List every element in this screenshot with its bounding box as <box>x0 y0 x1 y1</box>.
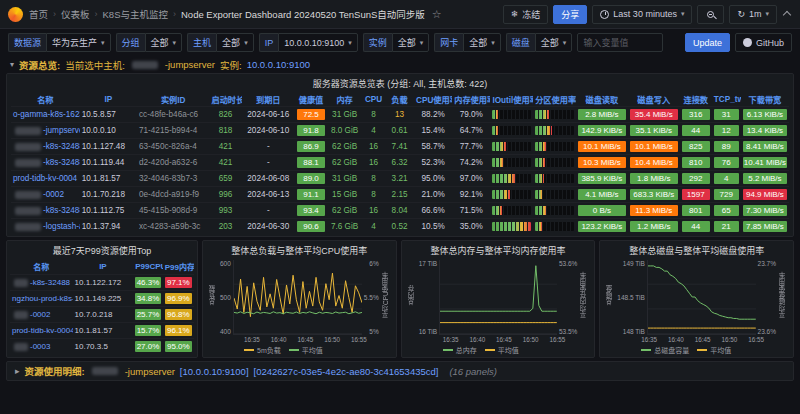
column-header[interactable]: 内存 <box>327 92 362 107</box>
host-link[interactable]: -logstash-all <box>43 222 80 231</box>
host-link[interactable]: -k8s-32488-... <box>43 158 80 167</box>
row-header-details[interactable]: ▸ 资源使用明细: -jumpserver [10.0.0.10:9100] [… <box>6 361 794 381</box>
redacted-text <box>15 191 41 199</box>
variable-label: 主机 <box>187 33 216 52</box>
status-value: 142.9 KiB/s <box>578 125 626 136</box>
column-header[interactable]: 磁盘读取 <box>576 92 628 107</box>
panel-title: 服务器资源总览表 (分组: All, 主机总数: 422) <box>11 75 789 92</box>
zoom-out-button[interactable] <box>697 5 724 24</box>
partition-usage-gauge <box>535 222 574 231</box>
column-header[interactable]: 分区使用率% <box>533 92 576 107</box>
legend-item[interactable]: 总磁盘容量 <box>641 345 689 355</box>
chart-legend: 总内存平均值 <box>405 345 592 356</box>
p99-cpu-cell: 25.7% <box>133 307 162 323</box>
y-axis-tick: 23.6% <box>758 328 776 335</box>
table-row: -jumpserver10.0.0.1071-4215-b994-4818202… <box>11 123 789 139</box>
host-link[interactable]: -k8s-32488 <box>30 278 70 287</box>
github-button[interactable]: GitHub <box>735 33 792 52</box>
grafana-logo-icon[interactable] <box>8 7 23 22</box>
ip-cell: 10.1.127.48 <box>80 139 137 155</box>
download-cell: 8.41 MiB/s <box>741 139 789 155</box>
column-header[interactable]: 负载 <box>385 92 414 107</box>
variable-value-dropdown[interactable]: 华为云生产▾ <box>46 33 111 52</box>
host-link[interactable]: ngzhou-prod-k8s-1 <box>12 294 73 303</box>
column-header[interactable]: CPU <box>362 92 385 107</box>
breadcrumb-separator: › <box>53 9 56 19</box>
chart-plot[interactable] <box>233 260 362 335</box>
breadcrumb-home[interactable]: 首页 <box>29 7 48 21</box>
host-link[interactable]: -0003 <box>30 342 50 351</box>
status-value: 7.30 MiB/s <box>743 205 787 216</box>
freeze-button[interactable]: ❄冻结 <box>503 5 549 24</box>
host-link[interactable]: -0002 <box>30 310 50 319</box>
column-header[interactable]: 启动时长 <box>209 92 241 107</box>
ip-cell: 10.5.8.57 <box>80 107 137 123</box>
host-link[interactable]: -jumpserver <box>43 126 80 135</box>
legend-item[interactable]: 平均值 <box>697 345 731 355</box>
cpu-count-cell: 16 <box>362 139 385 155</box>
legend-label: 总磁盘容量 <box>654 345 689 355</box>
mem-usage-cell: 77.7% <box>452 139 490 155</box>
tcp-tw-cell: 76 <box>712 155 741 171</box>
variable-value-dropdown[interactable]: 全部▾ <box>392 33 430 52</box>
gauge-segments <box>492 158 531 167</box>
column-header[interactable]: TCP_tw <box>712 92 741 107</box>
variable-value-dropdown[interactable]: 全部▾ <box>216 33 254 52</box>
host-link[interactable]: prod-tidb-kv-0004 <box>13 174 77 183</box>
expire-date-cell: - <box>242 155 295 171</box>
column-header[interactable]: 实例ID <box>137 92 210 107</box>
chart-plot[interactable] <box>647 260 756 335</box>
column-header[interactable]: IP <box>80 92 137 107</box>
variable-filter-input[interactable] <box>577 33 663 52</box>
host-link[interactable]: o-gamma-k8s-16235 <box>13 110 80 119</box>
host-link[interactable]: -k8s-32488-... <box>43 142 80 151</box>
status-value: 10.1 MiB/s <box>578 141 626 152</box>
variable-value-dropdown[interactable]: 全部▾ <box>145 33 183 52</box>
topnav-actions: ❄冻结 分享 Last 30 minutes▾ ↻1m▾ <box>503 5 792 24</box>
legend-item[interactable]: 5m负载 <box>244 345 281 355</box>
variable-value-dropdown[interactable]: 10.0.0.10:9100▾ <box>278 33 358 52</box>
column-header[interactable]: CPU使用率 <box>414 92 452 107</box>
row-header-overview[interactable]: ▾ 资源总览: 当前选中主机: -jumpserver 实例: 10.0.0.1… <box>0 56 800 73</box>
column-header[interactable]: 名称 <box>10 259 73 275</box>
mem-usage-cell: 97.0% <box>452 171 490 187</box>
legend-item[interactable]: 总内存 <box>443 345 477 355</box>
cpu-count-cell: 16 <box>362 203 385 219</box>
column-header[interactable]: P99内存 <box>163 259 194 275</box>
memory-chart-panel: 整体总内存与整体平均内存使用率 总内存 17 TiB16 TiB 53.6%53… <box>401 240 596 358</box>
status-value: 1597 <box>682 189 710 200</box>
column-header[interactable]: 名称 <box>11 92 80 107</box>
update-button[interactable]: Update <box>685 33 730 52</box>
legend-item[interactable]: 平均值 <box>289 345 323 355</box>
chart-plot[interactable] <box>439 260 557 335</box>
name-cell: -jumpserver <box>11 123 80 139</box>
host-link[interactable]: -k8s-32488-... <box>43 206 80 215</box>
time-range-picker[interactable]: Last 30 minutes▾ <box>592 5 692 24</box>
column-header[interactable]: 健康值 <box>295 92 327 107</box>
host-link[interactable]: -0002 <box>43 190 64 199</box>
cpu-count-cell: 16 <box>362 155 385 171</box>
column-header[interactable]: P99CPU <box>133 259 162 275</box>
variable-value-dropdown[interactable]: 全部▾ <box>463 33 501 52</box>
column-header[interactable]: 下载带宽 <box>741 92 789 107</box>
status-value: 11.3 MiB/s <box>630 205 678 216</box>
host-link[interactable]: prod-tidb-kv-0004 <box>12 326 73 335</box>
breadcrumb-folder[interactable]: K8S与主机监控 <box>103 7 168 21</box>
column-header[interactable]: 连接数 <box>680 92 712 107</box>
collapse-topbar-icon[interactable] <box>783 11 791 19</box>
expire-date-cell: 2024-06-10 <box>242 123 295 139</box>
column-header[interactable]: 内存使用率 <box>452 92 490 107</box>
variable-value-dropdown[interactable]: 全部▾ <box>535 33 573 52</box>
column-header[interactable]: 磁盘写入 <box>628 92 680 107</box>
column-header[interactable]: IP <box>73 259 134 275</box>
download-cell: 7.30 MiB/s <box>741 203 789 219</box>
star-icon[interactable]: ☆ <box>432 8 442 21</box>
legend-item[interactable]: 平均值 <box>485 345 519 355</box>
refresh-button[interactable]: ↻1m▾ <box>729 5 777 24</box>
share-button[interactable]: 分享 <box>553 5 587 24</box>
column-header[interactable]: 到期日 <box>242 92 295 107</box>
breadcrumb-dashboards[interactable]: 仪表板 <box>61 7 90 21</box>
ip-cell: 10.1.149.225 <box>73 291 134 307</box>
name-cell: -logstash-all <box>11 219 80 235</box>
column-header[interactable]: IOutil使用率 <box>490 92 533 107</box>
